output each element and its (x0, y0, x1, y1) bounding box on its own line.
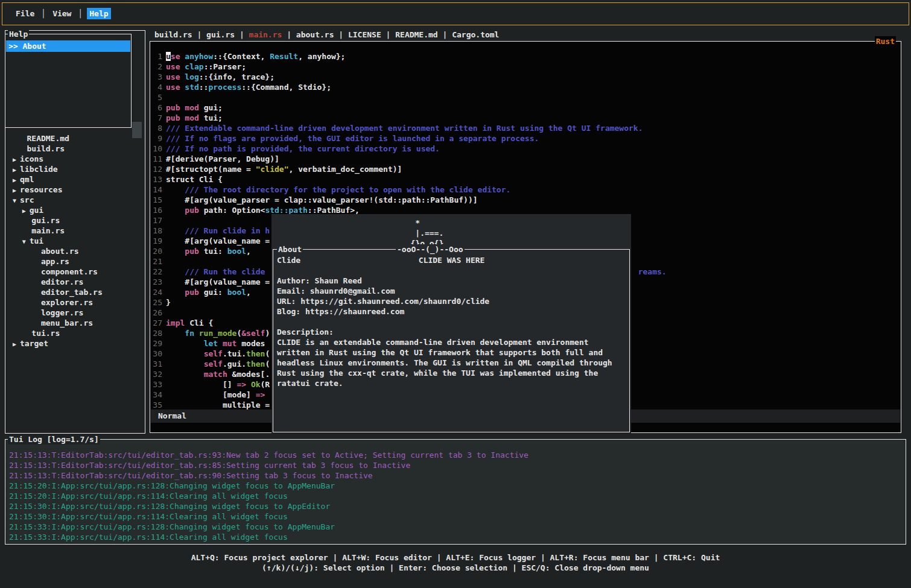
log-entry: 21:15:13:T:EditorTab:src/tui/editor_tab.… (9, 470, 904, 481)
menu-separator: │ (41, 9, 46, 18)
menu-item-help[interactable]: Help (87, 8, 110, 19)
line-number: 28 (150, 328, 162, 338)
code-line[interactable]: 8/// Extendable command-line driven deve… (150, 123, 900, 133)
folder-expanded-icon: ▼ (22, 238, 30, 245)
tree-item[interactable]: ▶ resources (13, 185, 144, 195)
tree-item[interactable]: ▶ icons (13, 154, 144, 164)
editor-mode-label: Normal (158, 411, 186, 420)
folder-collapsed-icon: ▶ (13, 341, 20, 347)
tab-build-rs[interactable]: build.rs (154, 30, 192, 39)
tree-item[interactable]: tui.rs (13, 328, 144, 338)
code-line[interactable]: 3use log::{info, trace}; (150, 72, 900, 82)
code-text: use anyhow::{Context, Result, anyhow}; (166, 51, 345, 62)
tab-separator: | (282, 30, 296, 39)
code-line[interactable]: 13struct Cli { (150, 174, 900, 185)
line-number: 34 (150, 390, 162, 400)
about-text-line: URL: https://git.shaunreed.com/shaunrd0/… (277, 296, 627, 306)
menu-separator: │ (78, 9, 83, 18)
tui-log-title: Tui Log [log=1.7/s] (8, 434, 100, 444)
tree-item[interactable]: editor_tab.rs (13, 287, 144, 297)
code-text: use std::process::{Command, Stdio}; (166, 82, 331, 92)
code-text: pub mod gui; (166, 103, 223, 113)
line-number: 24 (150, 287, 162, 297)
log-entry: 21:15:13:T:EditorTab:src/tui/editor_tab.… (9, 450, 904, 460)
tui-log-panel: Tui Log [log=1.7/s] 21:15:13:T:EditorTab… (5, 439, 906, 545)
help-option-about[interactable]: >> About (6, 40, 130, 52)
code-text: [mode] => (166, 390, 265, 400)
code-line[interactable]: 1use anyhow::{Context, Result, anyhow}; (150, 51, 900, 62)
line-number: 25 (150, 297, 162, 308)
code-line[interactable]: 12#[structopt(name = "clide", verbatim_d… (150, 164, 900, 174)
line-number: 14 (150, 185, 162, 195)
tab-gui-rs[interactable]: gui.rs (206, 30, 235, 39)
code-line[interactable]: 4use std::process::{Command, Stdio}; (150, 82, 900, 92)
code-text: #[arg(value_parser = clap::value_parser!… (166, 195, 478, 205)
tree-item[interactable]: main.rs (13, 226, 144, 236)
tab-Cargo-toml[interactable]: Cargo.toml (452, 30, 499, 39)
tui-log-lines: 21:15:13:T:EditorTab:src/tui/editor_tab.… (9, 450, 904, 542)
tree-item[interactable]: ▼ src (13, 195, 144, 205)
code-line[interactable]: 15 #[arg(value_parser = clap::value_pars… (150, 195, 900, 205)
code-line[interactable]: 10/// If no path is provided, the curren… (150, 144, 900, 154)
code-text: } (166, 297, 171, 308)
code-line[interactable]: 6pub mod gui; (150, 103, 900, 113)
language-badge: Rust (875, 36, 896, 46)
line-number: 33 (150, 379, 162, 390)
tree-item-label: resources (20, 185, 62, 194)
line-number: 21 (150, 256, 162, 267)
menu-bar: File│View│Help (2, 2, 909, 25)
line-number: 6 (150, 103, 162, 113)
tree-item[interactable]: gui.rs (13, 215, 144, 226)
tab-about-rs[interactable]: about.rs (296, 30, 334, 39)
code-line[interactable]: 11#[derive(Parser, Debug)] (150, 154, 900, 164)
tab-README-md[interactable]: README.md (395, 30, 437, 39)
code-text: #[arg(value_name = (166, 277, 270, 287)
editor-tab-bar: build.rs | gui.rs | main.rs | about.rs |… (154, 30, 499, 40)
about-text-line: ratatui crate. (277, 378, 627, 388)
tree-item[interactable]: about.rs (13, 246, 144, 256)
about-text-line: Clide CLIDE WAS HERE (277, 255, 627, 265)
tree-item-label: main.rs (31, 226, 65, 235)
code-text: let mut modes (166, 338, 265, 349)
line-number: 22 (150, 267, 162, 277)
explorer-scrollbar-thumb[interactable] (132, 122, 142, 138)
about-text-line (277, 317, 627, 327)
tree-item[interactable]: component.rs (13, 267, 144, 277)
tab-main-rs[interactable]: main.rs (249, 30, 282, 39)
line-number: 5 (150, 92, 162, 103)
code-line[interactable]: 2use clap::Parser; (150, 62, 900, 72)
tree-item[interactable]: logger.rs (13, 308, 144, 318)
tree-item[interactable]: ▶ qml (13, 174, 144, 185)
tree-item[interactable]: README.md (13, 133, 144, 144)
tab-separator: | (235, 30, 249, 39)
tree-item-label: README.md (27, 134, 69, 143)
code-text: match &modes[. (166, 369, 270, 379)
tree-item[interactable]: editor.rs (13, 277, 144, 287)
code-line[interactable]: 9/// If no flags are provided, the GUI e… (150, 133, 900, 144)
code-text: pub mod tui; (166, 113, 223, 123)
code-line[interactable]: 7pub mod tui; (150, 113, 900, 123)
tree-item[interactable]: ▶ libclide (13, 164, 144, 174)
help-dropdown-title: Help (8, 29, 29, 39)
code-text: #[derive(Parser, Debug)] (166, 154, 279, 164)
tree-item[interactable]: ▼ tui (13, 236, 144, 246)
line-number: 8 (150, 123, 162, 133)
tree-item[interactable]: explorer.rs (13, 297, 144, 308)
tab-LICENSE[interactable]: LICENSE (348, 30, 381, 39)
tree-item-label: gui.rs (31, 216, 60, 225)
tree-item[interactable]: menu_bar.rs (13, 318, 144, 328)
tree-item-label: about.rs (41, 247, 79, 256)
tree-item-label: tui.rs (31, 329, 60, 338)
code-text: use clap::Parser; (166, 62, 246, 72)
tree-item-label: qml (20, 175, 34, 184)
tree-item[interactable]: ▶ gui (13, 205, 144, 215)
code-line[interactable]: 14 /// The root directory for the projec… (150, 185, 900, 195)
line-number: 29 (150, 338, 162, 349)
menu-item-view[interactable]: View (50, 8, 74, 19)
code-line[interactable]: 5 (150, 92, 900, 103)
code-text: self.tui.then( (166, 349, 270, 359)
tree-item[interactable]: app.rs (13, 256, 144, 267)
tree-item[interactable]: ▶ target (13, 338, 144, 349)
menu-item-file[interactable]: File (13, 8, 37, 19)
tree-item[interactable]: build.rs (13, 144, 144, 154)
